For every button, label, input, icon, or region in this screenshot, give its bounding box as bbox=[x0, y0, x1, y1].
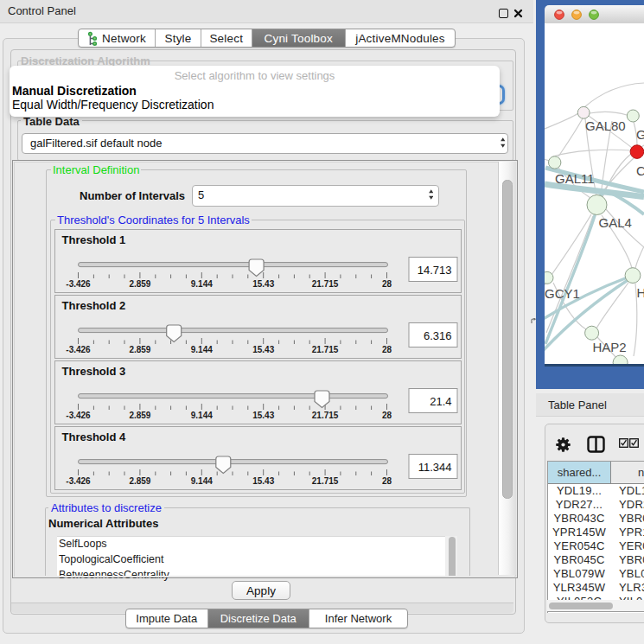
svg-text:28: 28 bbox=[381, 279, 392, 289]
svg-text:-3.426: -3.426 bbox=[66, 476, 91, 486]
svg-text:2.859: 2.859 bbox=[129, 411, 150, 420]
svg-text:9.144: 9.144 bbox=[190, 345, 212, 354]
svg-text:21.715: 21.715 bbox=[311, 345, 338, 354]
svg-text:9.144: 9.144 bbox=[190, 476, 212, 486]
svg-text:C: C bbox=[636, 163, 644, 178]
svg-text:Threshold 2: Threshold 2 bbox=[61, 299, 125, 312]
svg-text:9.144: 9.144 bbox=[190, 411, 212, 420]
svg-text:15.43: 15.43 bbox=[252, 345, 274, 354]
svg-text:2.859: 2.859 bbox=[129, 345, 150, 354]
svg-text:-3.426: -3.426 bbox=[66, 345, 91, 354]
svg-text:GAL80: GAL80 bbox=[585, 118, 626, 133]
svg-text:21.715: 21.715 bbox=[311, 411, 338, 420]
svg-text:28: 28 bbox=[381, 476, 392, 486]
svg-text:Threshold 1: Threshold 1 bbox=[61, 233, 125, 246]
svg-text:28: 28 bbox=[381, 411, 392, 420]
svg-text:Threshold 3: Threshold 3 bbox=[61, 365, 125, 378]
svg-text:GAL4: GAL4 bbox=[599, 215, 632, 230]
svg-text:21.4: 21.4 bbox=[430, 395, 451, 408]
svg-text:15.43: 15.43 bbox=[252, 476, 274, 486]
svg-text:21.715: 21.715 bbox=[311, 279, 338, 289]
svg-text:GCY1: GCY1 bbox=[545, 286, 580, 301]
svg-text:GA: GA bbox=[636, 127, 644, 142]
svg-text:HAP2: HAP2 bbox=[593, 340, 627, 354]
svg-text:21.715: 21.715 bbox=[311, 476, 338, 486]
svg-text:H: H bbox=[637, 285, 644, 300]
svg-text:28: 28 bbox=[381, 345, 392, 354]
svg-text:11.344: 11.344 bbox=[418, 461, 451, 474]
svg-text:-3.426: -3.426 bbox=[66, 279, 91, 289]
svg-text:-3.426: -3.426 bbox=[66, 411, 91, 420]
svg-text:2.859: 2.859 bbox=[129, 279, 150, 289]
svg-text:15.43: 15.43 bbox=[252, 279, 274, 289]
svg-text:14.713: 14.713 bbox=[417, 264, 451, 277]
svg-text:Threshold 4: Threshold 4 bbox=[61, 430, 125, 443]
svg-text:15.43: 15.43 bbox=[252, 411, 274, 420]
svg-text:9.144: 9.144 bbox=[190, 279, 212, 289]
svg-text:GAL11: GAL11 bbox=[555, 171, 595, 186]
svg-text:2.859: 2.859 bbox=[129, 476, 150, 486]
svg-text:6.316: 6.316 bbox=[423, 329, 451, 342]
